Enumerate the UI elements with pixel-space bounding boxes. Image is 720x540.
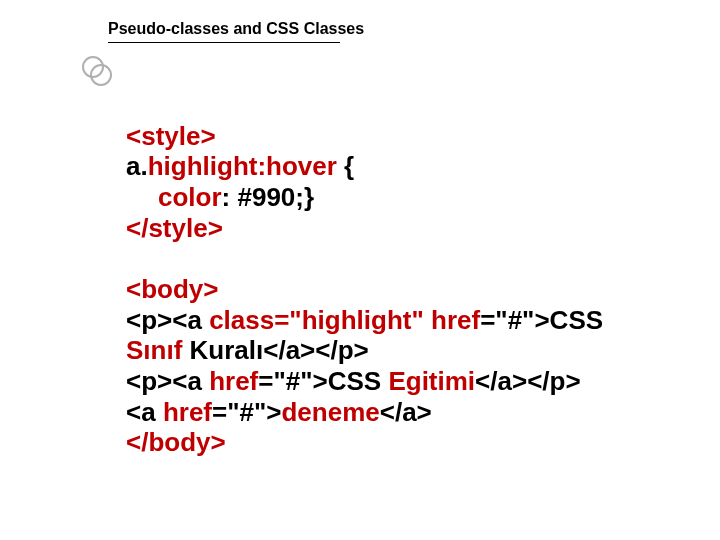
code-line: </body> (126, 427, 226, 457)
slide-title: Pseudo-classes and CSS Classes (108, 20, 364, 38)
code-line: a.highlight:hover { (126, 151, 354, 181)
slide: Pseudo-classes and CSS Classes <style> a… (0, 0, 720, 540)
code-line: <style> (126, 121, 216, 151)
code-line: <p><a class="highlight" href="#">CSS (126, 305, 610, 335)
code-line: <a href="#">deneme</a> (126, 397, 432, 427)
code-line: </style> (126, 213, 223, 243)
bullet-rings-icon (82, 56, 110, 84)
code-line: <p><a href="#">CSS Egitimi</a></p> (126, 366, 581, 396)
code-line: <body> (126, 274, 218, 304)
title-underline (108, 42, 340, 43)
code-line: color: #990;} (126, 182, 314, 212)
code-block: <style> a.highlight:hover { color: #990;… (126, 90, 610, 458)
code-line: Sınıf Kuralı</a></p> (126, 335, 369, 365)
